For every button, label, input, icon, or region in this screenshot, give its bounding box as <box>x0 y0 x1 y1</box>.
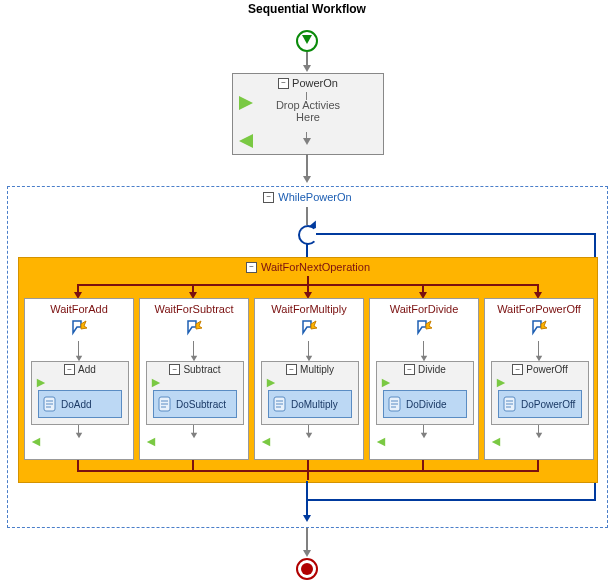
while-activity[interactable]: − WhilePowerOn − WaitForNextOperation Wa… <box>7 186 608 528</box>
dopoweroff-code[interactable]: DoPowerOff <box>498 390 582 418</box>
inner-label: Add <box>78 364 96 375</box>
workflow-title: Sequential Workflow <box>0 2 614 16</box>
dodivide-code[interactable]: DoDivide <box>383 390 467 418</box>
branch-waitfordivide[interactable]: WaitForDivide −Divide DoDivide <box>369 298 479 460</box>
code-label: DoPowerOff <box>521 399 575 410</box>
branch-label: WaitForDivide <box>370 299 478 315</box>
arrow-down-icon <box>303 550 311 557</box>
poweroff-activity[interactable]: −PowerOff DoPowerOff <box>491 361 589 425</box>
green-arrow-right-icon <box>239 96 253 112</box>
parallel-activity[interactable]: − WaitForNextOperation WaitForAdd −Add <box>18 257 598 483</box>
domultiply-code[interactable]: DoMultiply <box>268 390 352 418</box>
code-icon <box>388 396 402 412</box>
start-node[interactable] <box>296 30 318 52</box>
poweron-label: PowerOn <box>292 77 338 89</box>
collapse-icon[interactable]: − <box>64 364 75 375</box>
connector <box>306 528 308 552</box>
dosubtract-code[interactable]: DoSubtract <box>153 390 237 418</box>
collapse-icon[interactable]: − <box>169 364 180 375</box>
poweron-header: − PowerOn <box>233 74 383 89</box>
doadd-code[interactable]: DoAdd <box>38 390 122 418</box>
collapse-icon[interactable]: − <box>246 262 257 273</box>
event-icon <box>301 319 317 337</box>
inner-label: Subtract <box>183 364 220 375</box>
collapse-icon[interactable]: − <box>286 364 297 375</box>
code-label: DoSubtract <box>176 399 226 410</box>
branch-label: WaitForPowerOff <box>485 299 593 315</box>
collapse-icon[interactable]: − <box>512 364 523 375</box>
code-icon <box>158 396 172 412</box>
collapse-icon[interactable]: − <box>278 78 289 89</box>
subtract-activity[interactable]: −Subtract DoSubtract <box>146 361 244 425</box>
branch-label: WaitForMultiply <box>255 299 363 315</box>
arrow-down-icon <box>303 65 311 72</box>
poweron-activity[interactable]: − PowerOn Drop ActiviesHere <box>232 73 384 155</box>
event-icon <box>416 319 432 337</box>
collapse-icon[interactable]: − <box>404 364 415 375</box>
code-label: DoMultiply <box>291 399 338 410</box>
multiply-activity[interactable]: −Multiply DoMultiply <box>261 361 359 425</box>
parallel-label: WaitForNextOperation <box>261 261 370 273</box>
branch-label: WaitForSubtract <box>140 299 248 315</box>
green-arrow-left-icon <box>239 134 253 150</box>
inner-label: Divide <box>418 364 446 375</box>
connector <box>306 154 308 178</box>
arrow-down-icon <box>303 176 311 183</box>
event-icon <box>531 319 547 337</box>
divide-activity[interactable]: −Divide DoDivide <box>376 361 474 425</box>
inner-label: PowerOff <box>526 364 568 375</box>
add-activity[interactable]: −Add DoAdd <box>31 361 129 425</box>
branch-waitformultiply[interactable]: WaitForMultiply −Multiply DoMultiply <box>254 298 364 460</box>
workflow-canvas: Sequential Workflow − PowerOn Drop Activ… <box>0 0 614 587</box>
parallel-header: − WaitForNextOperation <box>19 258 597 273</box>
end-node[interactable] <box>296 558 318 580</box>
while-header: − WhilePowerOn <box>8 187 607 203</box>
collapse-icon[interactable]: − <box>263 192 274 203</box>
while-label: WhilePowerOn <box>278 191 351 203</box>
branch-label: WaitForAdd <box>25 299 133 315</box>
drop-zone-label: Drop ActiviesHere <box>233 99 383 123</box>
branch-waitforpoweroff[interactable]: WaitForPowerOff −PowerOff DoPowerOff <box>484 298 594 460</box>
branch-waitforsubtract[interactable]: WaitForSubtract −Subtract DoSubtract <box>139 298 249 460</box>
event-icon <box>186 319 202 337</box>
code-icon <box>43 396 57 412</box>
code-icon <box>503 396 517 412</box>
code-label: DoDivide <box>406 399 447 410</box>
code-icon <box>273 396 287 412</box>
branch-waitforadd[interactable]: WaitForAdd −Add DoAdd <box>24 298 134 460</box>
event-icon <box>71 319 87 337</box>
code-label: DoAdd <box>61 399 92 410</box>
inner-label: Multiply <box>300 364 334 375</box>
